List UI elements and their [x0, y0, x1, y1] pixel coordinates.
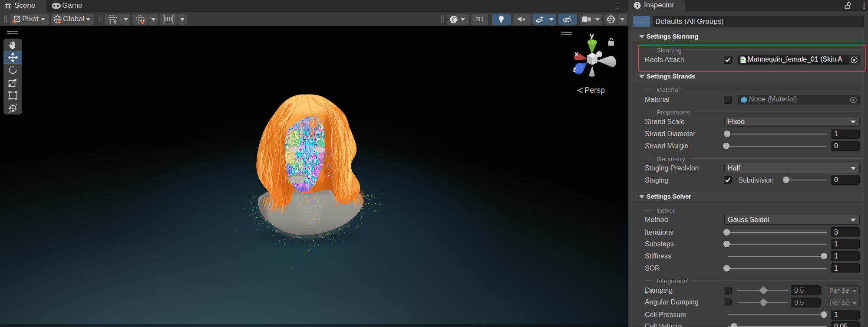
svg-text:y: y — [590, 32, 594, 40]
svg-text:z: z — [573, 65, 576, 73]
svg-text:Y: Y — [114, 20, 117, 24]
svg-text:x: x — [574, 50, 578, 58]
svg-text:Persp: Persp — [584, 86, 605, 95]
